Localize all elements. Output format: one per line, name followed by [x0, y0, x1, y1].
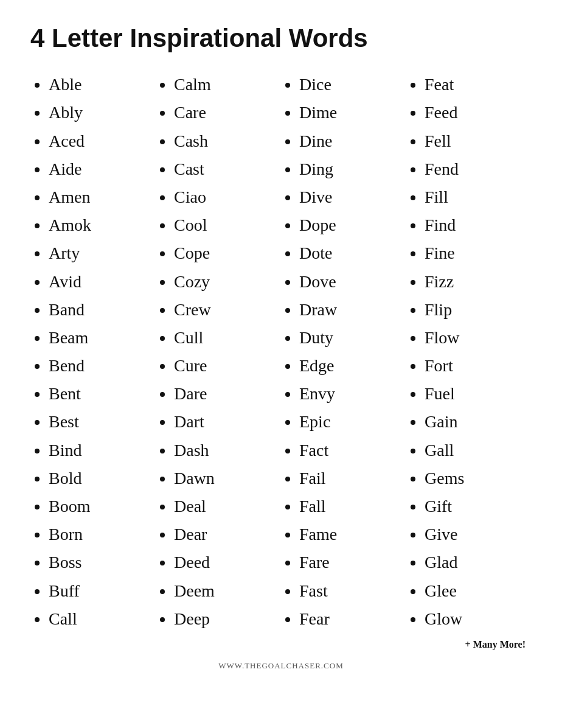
list-item: Crew	[174, 296, 281, 324]
list-item: Dawn	[174, 464, 281, 492]
list-item: Gift	[425, 492, 532, 520]
list-item: Ably	[49, 99, 156, 127]
list-item: Find	[425, 211, 532, 239]
list-item: Draw	[299, 296, 406, 324]
list-item: Buff	[49, 577, 156, 605]
list-item: Fall	[299, 492, 406, 520]
list-item: Bent	[49, 380, 156, 408]
list-item: Flip	[425, 296, 532, 324]
list-item: Dote	[299, 239, 406, 267]
list-item: Fizz	[425, 268, 532, 296]
list-item: Born	[49, 520, 156, 548]
list-item: Deed	[174, 548, 281, 576]
list-item: Dine	[299, 127, 406, 155]
list-item: Care	[174, 99, 281, 127]
list-item: Dime	[299, 99, 406, 127]
more-label: + Many More!	[30, 639, 532, 650]
list-item: Band	[49, 296, 156, 324]
list-item: Dope	[299, 211, 406, 239]
list-item: Envy	[299, 380, 406, 408]
list-item: Edge	[299, 352, 406, 380]
list-item: Feed	[425, 99, 532, 127]
list-item: Gall	[425, 436, 532, 464]
list-item: Bind	[49, 436, 156, 464]
word-columns: AbleAblyAcedAideAmenAmokArtyAvidBandBeam…	[30, 71, 532, 633]
list-item: Fail	[299, 464, 406, 492]
list-item: Cool	[174, 211, 281, 239]
list-item: Glow	[425, 605, 532, 633]
list-item: Cull	[174, 324, 281, 352]
list-item: Fill	[425, 183, 532, 211]
list-item: Cash	[174, 127, 281, 155]
list-item: Fine	[425, 239, 532, 267]
list-item: Dove	[299, 268, 406, 296]
list-item: Fact	[299, 436, 406, 464]
word-column-3: FeatFeedFellFendFillFindFineFizzFlipFlow…	[406, 71, 532, 633]
list-item: Fort	[425, 352, 532, 380]
list-item: Dive	[299, 183, 406, 211]
list-item: Beam	[49, 324, 156, 352]
list-item: Gain	[425, 408, 532, 436]
list-item: Aide	[49, 155, 156, 183]
list-item: Fuel	[425, 380, 532, 408]
list-item: Arty	[49, 239, 156, 267]
list-item: Bend	[49, 352, 156, 380]
list-item: Fame	[299, 520, 406, 548]
list-item: Dear	[174, 520, 281, 548]
list-item: Glad	[425, 548, 532, 576]
list-item: Amen	[49, 183, 156, 211]
list-item: Dart	[174, 408, 281, 436]
list-item: Best	[49, 408, 156, 436]
list-item: Able	[49, 71, 156, 99]
list-item: Fast	[299, 577, 406, 605]
list-item: Dice	[299, 71, 406, 99]
list-item: Ding	[299, 155, 406, 183]
website-footer: WWW.THEGOALCHASER.COM	[30, 661, 532, 671]
list-item: Deal	[174, 492, 281, 520]
list-item: Fend	[425, 155, 532, 183]
list-item: Fear	[299, 605, 406, 633]
word-column-1: CalmCareCashCastCiaoCoolCopeCozyCrewCull…	[156, 71, 281, 633]
list-item: Calm	[174, 71, 281, 99]
list-item: Call	[49, 605, 156, 633]
list-item: Glee	[425, 577, 532, 605]
list-item: Fell	[425, 127, 532, 155]
list-item: Cope	[174, 239, 281, 267]
word-column-0: AbleAblyAcedAideAmenAmokArtyAvidBandBeam…	[30, 71, 156, 633]
list-item: Epic	[299, 408, 406, 436]
list-item: Deem	[174, 577, 281, 605]
list-item: Flow	[425, 324, 532, 352]
list-item: Cast	[174, 155, 281, 183]
list-item: Amok	[49, 211, 156, 239]
list-item: Avid	[49, 268, 156, 296]
list-item: Give	[425, 520, 532, 548]
list-item: Dash	[174, 436, 281, 464]
word-column-2: DiceDimeDineDingDiveDopeDoteDoveDrawDuty…	[281, 71, 406, 633]
list-item: Cozy	[174, 268, 281, 296]
list-item: Duty	[299, 324, 406, 352]
list-item: Feat	[425, 71, 532, 99]
list-item: Boss	[49, 548, 156, 576]
list-item: Fare	[299, 548, 406, 576]
list-item: Cure	[174, 352, 281, 380]
list-item: Gems	[425, 464, 532, 492]
list-item: Boom	[49, 492, 156, 520]
list-item: Aced	[49, 127, 156, 155]
page-title: 4 Letter Inspirational Words	[30, 24, 532, 52]
list-item: Dare	[174, 380, 281, 408]
list-item: Deep	[174, 605, 281, 633]
list-item: Ciao	[174, 183, 281, 211]
list-item: Bold	[49, 464, 156, 492]
